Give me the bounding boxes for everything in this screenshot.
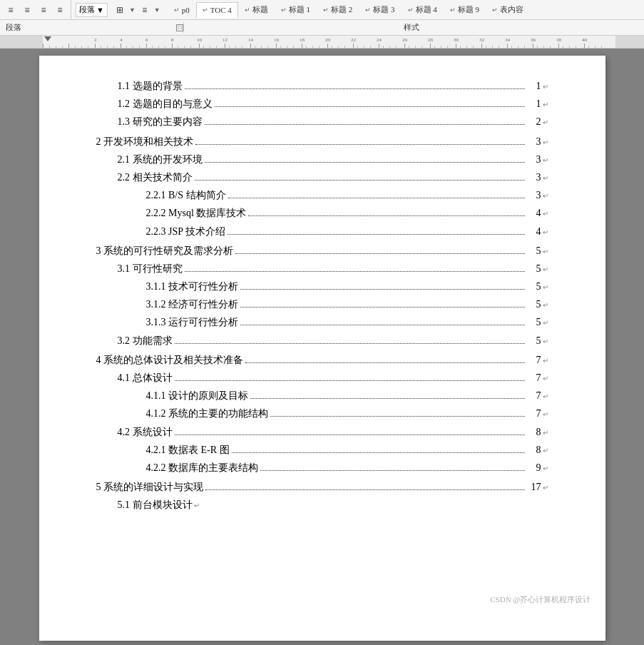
toc-title-5: 2.2 相关技术简介 bbox=[118, 168, 193, 186]
tab-biaoneirong-label: 表内容 bbox=[500, 4, 523, 15]
tab-biaoti9-marker: ↵ bbox=[450, 6, 456, 14]
toc-page-14: 5 bbox=[527, 332, 541, 350]
toc-dots-3 bbox=[195, 144, 525, 145]
tab-toc4-marker: ↵ bbox=[203, 6, 208, 14]
toc-page-15: 7 bbox=[527, 351, 541, 369]
toc-dots-2 bbox=[205, 124, 525, 125]
toc-dots-7 bbox=[248, 215, 524, 216]
page: 1.1 选题的背景1↵1.2 选题的目的与意义1↵1.3 研究的主要内容2↵2 … bbox=[39, 56, 605, 641]
toc-page-10: 5 bbox=[527, 260, 541, 278]
toc-page-8: 4 bbox=[527, 223, 541, 240]
tab-biaoti2-marker: ↵ bbox=[323, 6, 329, 14]
tab-biaoti-marker: ↵ bbox=[245, 6, 250, 14]
tab-biaoneirong[interactable]: ↵ 表内容 bbox=[486, 2, 530, 18]
toc-return-12: ↵ bbox=[543, 299, 548, 312]
toolbar: ≡ ≡ ≡ ≡ 段落 ▼ ⊞ ▼ ≡ ▼ ↵ p0 ↵ TOC 4 ↵ 标题 ↵… bbox=[0, 0, 644, 20]
toc-page-2: 2 bbox=[527, 113, 541, 131]
toc-page-7: 4 bbox=[527, 204, 541, 222]
toc-return-1: ↵ bbox=[543, 98, 548, 111]
toc-entry-15: 4 系统的总体设计及相关技术准备7↵ bbox=[96, 351, 548, 369]
tab-biaoti2[interactable]: ↵ 标题 2 bbox=[317, 2, 359, 18]
toc-entry-22: 5 系统的详细设计与实现17↵ bbox=[96, 478, 548, 496]
toc-dots-12 bbox=[240, 307, 525, 308]
toc-title-16: 4.1 总体设计 bbox=[118, 369, 173, 387]
toolbar-btn-lines[interactable]: ≡ bbox=[137, 2, 153, 18]
toc-dots-5 bbox=[195, 180, 525, 181]
tab-biaoti4-label: 标题 4 bbox=[416, 4, 437, 15]
toolbar-btn-grid[interactable]: ⊞ bbox=[112, 2, 128, 18]
ruler: 246810121416182022242628303234363840 bbox=[0, 36, 644, 49]
toc-page-0: 1 bbox=[527, 77, 541, 95]
tab-biaoti[interactable]: ↵ 标题 bbox=[238, 2, 275, 18]
toc-dots-8 bbox=[228, 234, 524, 235]
paragraph-dropdown[interactable]: 段落 ▼ bbox=[76, 3, 108, 17]
toc-entry-10: 3.1 可行性研究5↵ bbox=[96, 260, 548, 278]
tab-p0-label: p0 bbox=[182, 6, 190, 14]
toc-page-11: 5 bbox=[527, 278, 541, 295]
toc-entry-8: 2.2.3 JSP 技术介绍4↵ bbox=[96, 223, 548, 240]
toc-title-0: 1.1 选题的背景 bbox=[118, 77, 183, 95]
toc-return-15: ↵ bbox=[543, 355, 548, 367]
toc-return-11: ↵ bbox=[543, 281, 548, 294]
toc-page-5: 3 bbox=[527, 168, 541, 186]
tab-biaoti3-label: 标题 3 bbox=[373, 4, 394, 15]
toolbar-btn-list1[interactable]: ≡ bbox=[3, 2, 19, 18]
toc-entry-1: 1.2 选题的目的与意义1↵ bbox=[96, 95, 548, 113]
toc-page-4: 3 bbox=[527, 151, 541, 168]
toc-entry-4: 2.1 系统的开发环境3↵ bbox=[96, 151, 548, 168]
toc-title-20: 4.2.1 数据表 E-R 图 bbox=[146, 441, 230, 459]
toc-page-18: 7 bbox=[527, 405, 541, 422]
section-style-label: 样式 bbox=[404, 22, 419, 33]
toc-page-9: 5 bbox=[527, 242, 541, 260]
toc-title-3: 2 开发环境和相关技术 bbox=[96, 133, 194, 151]
toc-entry-0: 1.1 选题的背景1↵ bbox=[96, 77, 548, 95]
toc-return-22: ↵ bbox=[543, 482, 548, 494]
section-expand-btn[interactable]: □ bbox=[176, 24, 183, 31]
toc-entry-3: 2 开发环境和相关技术3↵ bbox=[96, 133, 548, 151]
toolbar-btn-lines-arrow: ▼ bbox=[154, 6, 160, 14]
tab-biaoti2-label: 标题 2 bbox=[331, 4, 352, 15]
toc-entry-13: 3.1.3 运行可行性分析5↵ bbox=[96, 313, 548, 331]
toc-entry-18: 4.1.2 系统的主要的功能结构7↵ bbox=[96, 405, 548, 422]
toc-entry-23: 5.1 前台模块设计↵ bbox=[96, 496, 548, 514]
toc-page-19: 8 bbox=[527, 423, 541, 441]
doc-area[interactable]: 1.1 选题的背景1↵1.2 选题的目的与意义1↵1.3 研究的主要内容2↵2 … bbox=[0, 49, 644, 645]
toc-dots-6 bbox=[228, 198, 525, 198]
toc-title-17: 4.1.1 设计的原则及目标 bbox=[146, 387, 249, 405]
toolbar-btn-list3[interactable]: ≡ bbox=[36, 2, 51, 18]
toc-entry-9: 3 系统的可行性研究及需求分析5↵ bbox=[96, 242, 548, 260]
toc-entry-14: 3.2 功能需求5↵ bbox=[96, 332, 548, 350]
toc-page-22: 17 bbox=[527, 478, 541, 496]
toolbar-btn-list2[interactable]: ≡ bbox=[19, 2, 35, 18]
toolbar-btn-list4[interactable]: ≡ bbox=[52, 2, 68, 18]
toc-dots-15 bbox=[245, 362, 525, 363]
tab-biaoti9[interactable]: ↵ 标题 9 bbox=[444, 2, 486, 18]
tab-biaoti4-marker: ↵ bbox=[408, 6, 414, 14]
toc-return-6: ↵ bbox=[543, 190, 548, 203]
section-expand-icon: □ bbox=[178, 24, 182, 31]
tab-toc4-label: TOC 4 bbox=[210, 6, 232, 14]
tab-toc4[interactable]: ↵ TOC 4 bbox=[196, 2, 238, 18]
tab-p0[interactable]: ↵ p0 bbox=[168, 2, 196, 18]
toc-dots-9 bbox=[235, 253, 525, 254]
toc-return-13: ↵ bbox=[543, 317, 548, 330]
toc-dots-18 bbox=[270, 416, 525, 417]
toc-return-0: ↵ bbox=[543, 81, 548, 93]
tab-biaoti1[interactable]: ↵ 标题 1 bbox=[275, 2, 317, 18]
tab-biaoti3-marker: ↵ bbox=[365, 6, 371, 14]
toc-entry-12: 3.1.2 经济可行性分析5↵ bbox=[96, 295, 548, 313]
toc-entry-6: 2.2.1 B/S 结构简介3↵ bbox=[96, 186, 548, 204]
toc-container: 1.1 选题的背景1↵1.2 选题的目的与意义1↵1.3 研究的主要内容2↵2 … bbox=[96, 77, 548, 514]
toc-title-15: 4 系统的总体设计及相关技术准备 bbox=[96, 351, 244, 369]
section-paragraph-label: 段落 bbox=[6, 22, 21, 33]
tab-biaoti1-marker: ↵ bbox=[281, 6, 287, 14]
toc-page-20: 8 bbox=[527, 441, 541, 459]
toc-return-19: ↵ bbox=[543, 427, 548, 440]
tab-biaoti9-label: 标题 9 bbox=[458, 4, 479, 15]
toolbar-btn-grid-arrow: ▼ bbox=[129, 6, 136, 14]
toc-return-21: ↵ bbox=[543, 462, 548, 475]
tab-biaoti3[interactable]: ↵ 标题 3 bbox=[359, 2, 401, 18]
toc-title-22: 5 系统的详细设计与实现 bbox=[96, 478, 204, 496]
toc-title-21: 4.2.2 数据库的主要表结构 bbox=[146, 459, 259, 477]
tab-biaoti4[interactable]: ↵ 标题 4 bbox=[402, 2, 444, 18]
